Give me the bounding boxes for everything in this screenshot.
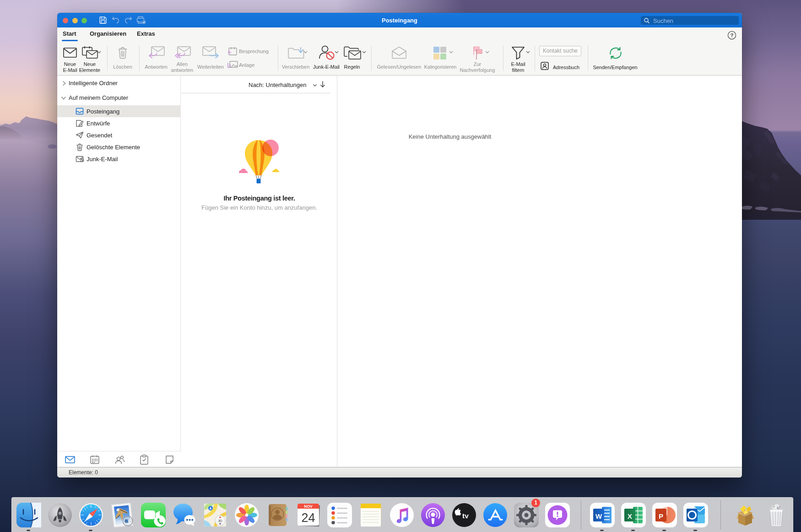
svg-text:P: P [659, 512, 663, 520]
svg-text:24: 24 [301, 511, 315, 525]
svg-text:W: W [595, 512, 602, 520]
svg-text:tv: tv [462, 512, 469, 520]
svg-text:NOV: NOV [304, 504, 313, 509]
svg-text:?: ? [730, 33, 733, 38]
svg-text:X: X [628, 512, 632, 520]
svg-text:3D: 3D [218, 519, 222, 523]
